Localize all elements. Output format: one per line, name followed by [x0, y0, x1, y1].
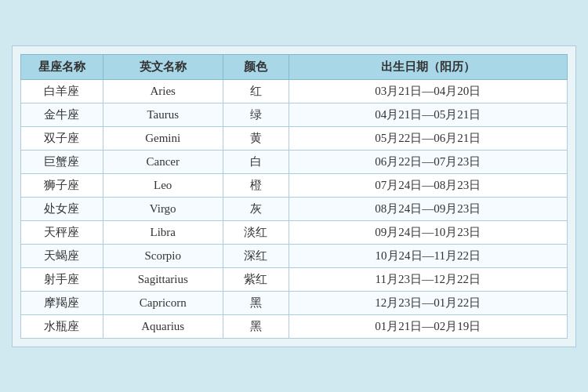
cell-color: 绿 [223, 103, 289, 126]
cell-date: 06月22日—07月23日 [289, 150, 568, 173]
zodiac-table: 星座名称 英文名称 颜色 出生日期（阳历） 白羊座Aries红03月21日—04… [20, 54, 568, 339]
cell-english: Libra [103, 220, 223, 244]
table-row: 金牛座Taurus绿04月21日—05月21日 [21, 103, 568, 126]
cell-english: Leo [103, 173, 223, 197]
cell-date: 09月24日—10月23日 [289, 220, 568, 244]
cell-chinese: 双子座 [21, 126, 103, 150]
cell-chinese: 天秤座 [21, 220, 103, 244]
cell-date: 04月21日—05月21日 [289, 103, 568, 126]
cell-english: Cancer [103, 150, 223, 173]
cell-chinese: 水瓶座 [21, 314, 103, 338]
cell-english: Taurus [103, 103, 223, 126]
cell-color: 淡红 [223, 220, 289, 244]
header-chinese: 星座名称 [21, 54, 103, 79]
cell-english: Capricorn [103, 291, 223, 314]
cell-chinese: 处女座 [21, 197, 103, 220]
table-row: 双子座Gemini黄05月22日—06月21日 [21, 126, 568, 150]
cell-color: 黑 [223, 314, 289, 338]
cell-chinese: 射手座 [21, 267, 103, 291]
cell-date: 07月24日—08月23日 [289, 173, 568, 197]
table-row: 狮子座Leo橙07月24日—08月23日 [21, 173, 568, 197]
cell-english: Scorpio [103, 244, 223, 267]
cell-english: Gemini [103, 126, 223, 150]
cell-chinese: 狮子座 [21, 173, 103, 197]
cell-chinese: 巨蟹座 [21, 150, 103, 173]
cell-chinese: 天蝎座 [21, 244, 103, 267]
table-row: 射手座Sagittarius紫红11月23日—12月22日 [21, 267, 568, 291]
cell-english: Virgo [103, 197, 223, 220]
cell-english: Aries [103, 79, 223, 103]
cell-color: 黄 [223, 126, 289, 150]
cell-chinese: 金牛座 [21, 103, 103, 126]
cell-chinese: 摩羯座 [21, 291, 103, 314]
table-row: 处女座Virgo灰08月24日—09月23日 [21, 197, 568, 220]
cell-date: 08月24日—09月23日 [289, 197, 568, 220]
table-row: 水瓶座Aquarius黑01月21日—02月19日 [21, 314, 568, 338]
cell-color: 橙 [223, 173, 289, 197]
header-english: 英文名称 [103, 54, 223, 79]
cell-color: 深红 [223, 244, 289, 267]
cell-date: 05月22日—06月21日 [289, 126, 568, 150]
cell-chinese: 白羊座 [21, 79, 103, 103]
table-header-row: 星座名称 英文名称 颜色 出生日期（阳历） [21, 54, 568, 79]
cell-date: 11月23日—12月22日 [289, 267, 568, 291]
cell-english: Aquarius [103, 314, 223, 338]
table-row: 巨蟹座Cancer白06月22日—07月23日 [21, 150, 568, 173]
cell-date: 12月23日—01月22日 [289, 291, 568, 314]
cell-color: 紫红 [223, 267, 289, 291]
cell-color: 红 [223, 79, 289, 103]
cell-color: 灰 [223, 197, 289, 220]
cell-date: 10月24日—11月22日 [289, 244, 568, 267]
cell-english: Sagittarius [103, 267, 223, 291]
header-date: 出生日期（阳历） [289, 54, 568, 79]
cell-date: 01月21日—02月19日 [289, 314, 568, 338]
table-row: 白羊座Aries红03月21日—04月20日 [21, 79, 568, 103]
table-row: 天秤座Libra淡红09月24日—10月23日 [21, 220, 568, 244]
table-row: 天蝎座Scorpio深红10月24日—11月22日 [21, 244, 568, 267]
header-color: 颜色 [223, 54, 289, 79]
main-container: 星座名称 英文名称 颜色 出生日期（阳历） 白羊座Aries红03月21日—04… [12, 45, 576, 347]
cell-color: 白 [223, 150, 289, 173]
cell-date: 03月21日—04月20日 [289, 79, 568, 103]
table-row: 摩羯座Capricorn黑12月23日—01月22日 [21, 291, 568, 314]
cell-color: 黑 [223, 291, 289, 314]
